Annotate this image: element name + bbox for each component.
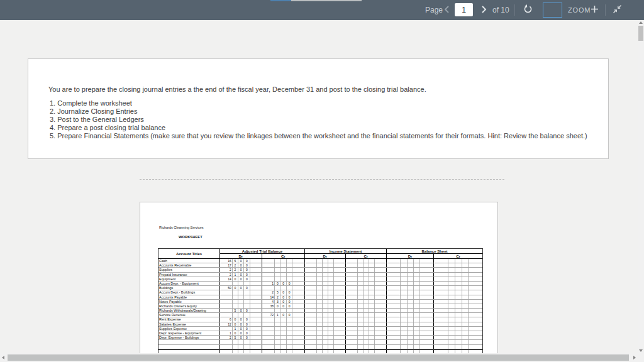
zoom-label: ZOOM xyxy=(568,0,591,20)
table-row xyxy=(158,345,482,349)
plus-icon xyxy=(591,5,599,15)
document-page-1: You are to prepare the closing journal e… xyxy=(28,58,609,159)
table-row: Buildings50000 xyxy=(158,286,482,290)
scroll-down-icon[interactable] xyxy=(639,349,643,352)
vertical-scrollbar-thumb[interactable] xyxy=(638,26,643,41)
rotate-icon xyxy=(523,4,533,16)
document-viewport: You are to prepare the closing journal e… xyxy=(0,20,644,362)
table-row: Richards Owner's Equity38000 xyxy=(158,304,482,309)
table-row: Depr. Expense - Equipment1000 xyxy=(158,331,482,336)
scrollbar-corner xyxy=(638,353,644,362)
table-row: Supplies Expense100 xyxy=(158,327,482,331)
table-row: Notes Payable4300 xyxy=(158,300,482,304)
scroll-up-icon[interactable] xyxy=(639,21,643,24)
table-row: Accum Depr.- Buildings2500 xyxy=(158,290,482,295)
instructions-intro: You are to prepare the closing journal e… xyxy=(48,85,599,94)
chevron-right-icon xyxy=(481,6,487,15)
table-row: Accounts Payable14200 xyxy=(158,295,482,300)
table-row: Depr. Expense - Buildings2500 xyxy=(158,336,482,340)
progress-strip-blue xyxy=(270,0,291,1)
table-row: Accum Depr. - Equipment1000 xyxy=(158,282,482,286)
table-row: Richards Withdrawals/Drawing500 xyxy=(158,309,482,313)
zoom-in-button[interactable] xyxy=(589,0,600,20)
horizontal-scrollbar[interactable] xyxy=(0,353,638,362)
section-header: Income StatementDrCr xyxy=(305,249,387,258)
step-item: 5. Prepare Financial Statements (make su… xyxy=(50,132,599,140)
toolbar-divider xyxy=(514,4,515,16)
step-item: 4. Prepare a post closing trial balance xyxy=(50,124,599,132)
chevron-left-icon xyxy=(444,6,450,15)
toolbar-divider xyxy=(605,4,606,16)
step-item: 1. Complete the worksheet xyxy=(50,99,599,107)
company-name: Richards Cleanning Services xyxy=(159,226,204,229)
table-row: Cash16500 xyxy=(158,259,482,263)
document-page-2: Richards Cleanning Services WORKSHEET Ac… xyxy=(140,202,498,362)
step-item: 2. Journalize Closing Entries xyxy=(50,107,599,116)
page-break-separator xyxy=(140,179,504,180)
scroll-right-icon[interactable] xyxy=(633,356,636,359)
table-row: Accounts Receivable17200 xyxy=(158,263,482,268)
page-number-input[interactable] xyxy=(455,3,473,16)
worksheet-table: Account TitlesAdjusted Trial BalanceDrCr… xyxy=(158,248,483,354)
table-row: Equipment14000 xyxy=(158,277,482,282)
account-titles-header: Account Titles xyxy=(158,249,220,258)
vertical-scrollbar[interactable] xyxy=(638,20,644,353)
scroll-left-icon[interactable] xyxy=(2,356,4,359)
page-count-label: of 10 xyxy=(492,0,509,20)
step-item: 3. Post to the General Ledgers xyxy=(50,116,599,124)
pdf-toolbar: Page of 10 ZOOM xyxy=(0,0,644,20)
page-label: Page xyxy=(425,0,443,20)
table-row: Supplies2200 xyxy=(158,268,482,272)
collapse-icon xyxy=(613,4,622,16)
section-header: Adjusted Trial BalanceDrCr xyxy=(220,249,305,258)
rotate-button[interactable] xyxy=(521,0,534,20)
horizontal-scrollbar-thumb[interactable] xyxy=(8,354,629,361)
table-row: Rent Expense6000 xyxy=(158,317,482,322)
table-row xyxy=(158,340,482,344)
prev-page-button[interactable] xyxy=(441,0,452,20)
worksheet-title: WORKSHEET xyxy=(179,235,203,239)
section-header: Balance SheetDrCr xyxy=(387,249,482,258)
table-row: Salaries Expense12000 xyxy=(158,322,482,327)
zoom-out-button[interactable] xyxy=(545,0,560,20)
table-row: Prepaid Insurance2100 xyxy=(158,273,482,277)
next-page-button[interactable] xyxy=(479,0,489,20)
instructions-steps: 1. Complete the worksheet 2. Journalize … xyxy=(48,99,599,140)
table-row: Service Revenue72100 xyxy=(158,313,482,317)
worksheet-header-row: Account TitlesAdjusted Trial BalanceDrCr… xyxy=(158,249,482,259)
collapse-button[interactable] xyxy=(611,0,623,20)
progress-strip-gray xyxy=(291,0,362,1)
